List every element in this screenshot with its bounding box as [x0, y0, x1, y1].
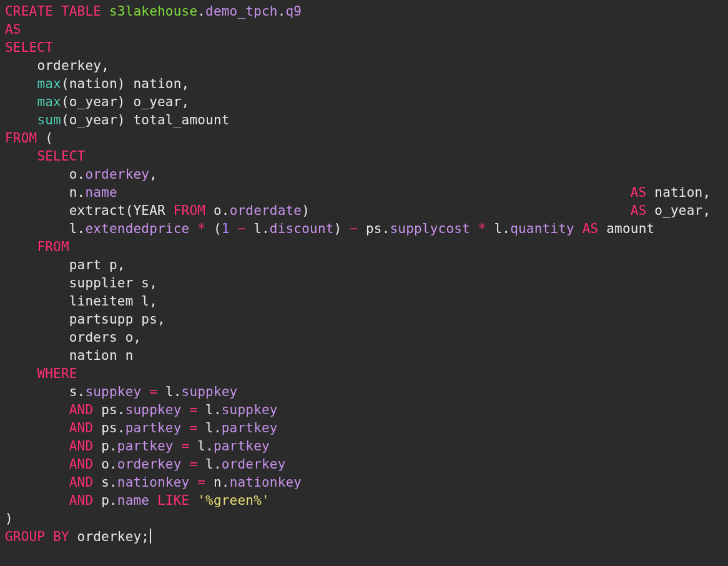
alias-nation: nation	[654, 185, 702, 200]
function-extract: extract	[69, 203, 125, 218]
alias-n: n	[125, 348, 134, 363]
col-extendedprice: extendedprice	[85, 221, 189, 236]
dot: .	[117, 420, 125, 435]
where-right-table: l	[205, 402, 214, 417]
alias-s: s	[141, 276, 149, 290]
arg-oyear: o_year	[69, 94, 117, 109]
dot: .	[117, 402, 125, 417]
where-left-table: p	[101, 439, 109, 454]
where-right-table: l	[165, 384, 174, 399]
dot: .	[77, 167, 86, 182]
operator-eq: =	[189, 420, 197, 435]
operator-minus: −	[350, 221, 358, 236]
paren: )	[302, 203, 310, 218]
tbl-alias-l: l	[253, 221, 262, 236]
col-quantity: quantity	[510, 221, 574, 236]
keyword-and: AND	[69, 493, 94, 508]
where-right-table: l	[205, 420, 214, 435]
col-discount: discount	[270, 221, 334, 236]
col-orderkey: orderkey	[85, 167, 149, 182]
dot: .	[109, 475, 117, 490]
col-supplycost: supplycost	[390, 221, 470, 236]
operator-star: *	[197, 221, 205, 236]
where-right-col: suppkey	[182, 384, 238, 399]
semicolon: ;	[141, 529, 149, 544]
keyword-as: AS	[5, 22, 21, 37]
where-right-col: orderkey	[222, 457, 286, 472]
tbl-alias-o: o	[69, 167, 77, 182]
dot: .	[382, 221, 390, 236]
column-orderkey: orderkey	[37, 58, 101, 73]
function-max: max	[37, 76, 61, 91]
string-literal-green: '%green%'	[197, 493, 270, 508]
literal-one: 1	[222, 221, 230, 236]
operator-eq: =	[189, 457, 197, 472]
where-left-table: s	[69, 384, 77, 399]
paren: (	[61, 76, 69, 91]
sql-code-block[interactable]: CREATE TABLE s3lakehouse.demo_tpch.q9 AS…	[0, 0, 728, 551]
alias-o: o	[125, 330, 134, 345]
arg-nation: nation	[69, 76, 117, 91]
table-lineitem: lineitem	[69, 294, 134, 309]
dot: .	[205, 439, 214, 454]
dot: .	[197, 4, 205, 19]
where-left-col: nationkey	[117, 475, 190, 490]
keyword-as: AS	[631, 185, 647, 200]
paren: )	[117, 94, 125, 109]
where-left-col: orderkey	[117, 457, 182, 472]
where-right-table: l	[205, 457, 214, 472]
tbl-alias-l: l	[494, 221, 502, 236]
dot: .	[214, 402, 222, 417]
keyword-like: LIKE	[157, 493, 189, 508]
schema-name: s3lakehouse	[109, 4, 197, 19]
paren: (	[61, 94, 69, 109]
table-partsupp: partsupp	[69, 312, 134, 327]
where-left-col: suppkey	[125, 402, 182, 417]
comma: ,	[117, 257, 125, 272]
alias-totalamount: total_amount	[134, 112, 230, 127]
alias-ps: ps	[141, 312, 157, 327]
where-right-col: nationkey	[230, 475, 302, 490]
comma: ,	[702, 203, 711, 218]
col-orderdate: orderdate	[230, 203, 302, 218]
keyword-group: GROUP	[5, 529, 45, 544]
operator-eq: =	[197, 475, 205, 490]
keyword-from: FROM	[5, 131, 37, 146]
keyword-select-inner: SELECT	[37, 149, 85, 164]
open-paren: (	[45, 131, 53, 146]
where-left-table: o	[101, 457, 109, 472]
table-nation: nation	[69, 348, 117, 363]
paren: (	[214, 221, 222, 236]
comma: ,	[182, 76, 190, 91]
comma: ,	[134, 330, 142, 345]
paren: )	[117, 112, 125, 127]
operator-star: *	[478, 221, 486, 236]
comma: ,	[149, 276, 157, 290]
where-right-col: partkey	[222, 420, 278, 435]
close-paren: )	[5, 511, 13, 526]
dot: .	[502, 221, 510, 236]
comma: ,	[157, 312, 165, 327]
dot: .	[109, 493, 117, 508]
alias-oyear: o_year	[654, 203, 702, 218]
operator-eq: =	[189, 402, 197, 417]
paren: (	[61, 112, 69, 127]
table-part: part	[69, 257, 101, 272]
keyword-select: SELECT	[5, 40, 53, 55]
dot: .	[174, 384, 182, 399]
where-left-table: ps	[101, 420, 117, 435]
keyword-as: AS	[631, 203, 647, 218]
alias-p: p	[109, 257, 117, 272]
keyword-where: WHERE	[37, 366, 77, 381]
keyword-by: BY	[53, 529, 69, 544]
alias-l: l	[141, 294, 149, 309]
where-left-table: s	[101, 475, 109, 490]
dot: .	[109, 457, 117, 472]
where-right-table: n	[214, 475, 222, 490]
keyword-from-inner: FROM	[37, 239, 69, 254]
where-right-table: l	[197, 439, 205, 454]
dot: .	[222, 475, 230, 490]
paren: (	[125, 203, 134, 218]
where-left-col: name	[117, 493, 149, 508]
paren: )	[334, 221, 342, 236]
